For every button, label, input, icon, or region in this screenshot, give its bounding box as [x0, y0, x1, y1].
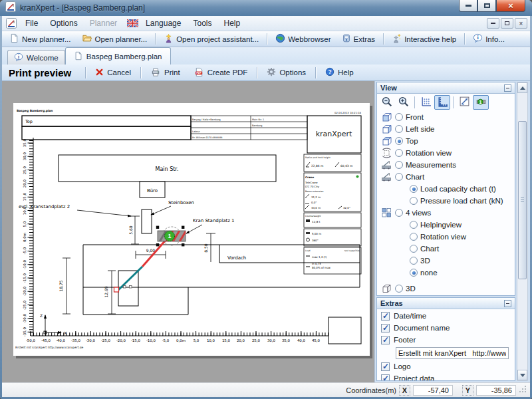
- svg-text:25,0: 25,0: [252, 338, 261, 342]
- zoom-out-button[interactable]: [379, 95, 395, 110]
- grid-toggle-button[interactable]: [418, 95, 434, 110]
- view-option-load-capacity-chart[interactable]: Load capacity chart (t): [377, 183, 515, 195]
- scroll-up-button[interactable]: [517, 82, 527, 93]
- app-menu-icon[interactable]: [6, 18, 17, 29]
- mdi-controls: ×: [487, 18, 527, 29]
- create-pdf-button[interactable]: PDF Create PDF: [190, 66, 253, 80]
- extras-panel-header[interactable]: Extras: [377, 298, 515, 309]
- extras-button[interactable]: Extras: [337, 32, 380, 46]
- view-option-front[interactable]: Front: [377, 111, 515, 123]
- separator: [453, 96, 454, 108]
- print-button[interactable]: Print: [146, 66, 185, 80]
- webbrowser-button[interactable]: Webbrowser: [271, 32, 335, 46]
- radio-left-side[interactable]: [395, 125, 403, 133]
- view-option-4-views[interactable]: 4 views: [377, 207, 515, 219]
- checkbox[interactable]: [381, 336, 390, 344]
- checkbox[interactable]: [381, 324, 390, 332]
- radio-front[interactable]: [395, 113, 403, 121]
- tab-document[interactable]: Baspeg Bamberg.plan: [65, 47, 171, 65]
- open-planner-button[interactable]: Open planner...: [77, 32, 152, 46]
- small-marker: [130, 286, 132, 289]
- view-option-chart[interactable]: Chart: [377, 171, 515, 183]
- sidebar-scrollbar[interactable]: [517, 82, 528, 381]
- new-planner-button[interactable]: New planner...: [5, 32, 76, 46]
- view-option-measurements[interactable]: Measurements: [377, 159, 515, 171]
- radio-rotation-view[interactable]: [395, 149, 403, 157]
- ruler-toggle-button[interactable]: [434, 95, 450, 110]
- view-option-left-side[interactable]: Left side: [377, 123, 515, 135]
- cube-left-icon: [380, 124, 392, 134]
- checkbox[interactable]: [381, 312, 390, 321]
- menu-options[interactable]: Options: [44, 17, 83, 30]
- collapse-icon[interactable]: [504, 84, 511, 92]
- checkbox-date-time[interactable]: Date/time: [377, 311, 515, 321]
- scroll-down-button[interactable]: [517, 370, 527, 380]
- options-button[interactable]: Options: [262, 66, 311, 79]
- cancel-button[interactable]: Cancel: [90, 66, 136, 79]
- scrollbar-thumb[interactable]: [518, 121, 527, 279]
- toolbar-separator: [267, 33, 267, 45]
- chart-view-button[interactable]: [456, 95, 472, 110]
- radio-chart-2[interactable]: [410, 245, 418, 253]
- radio-measurements[interactable]: [395, 161, 403, 169]
- close-button[interactable]: ×: [496, 0, 525, 12]
- footer-text-input[interactable]: [396, 347, 509, 359]
- svg-text:-5,0: -5,0: [162, 338, 170, 342]
- globe-icon: [275, 33, 285, 45]
- view-panel-header[interactable]: View: [377, 82, 515, 94]
- mdi-restore-button[interactable]: [501, 18, 513, 29]
- separator: [414, 96, 415, 108]
- collapse-icon[interactable]: [504, 300, 511, 307]
- menu-help[interactable]: Help: [217, 17, 246, 30]
- view-option-helpingview[interactable]: Helpingview: [377, 219, 515, 231]
- view-option-3d-sub[interactable]: 3D: [377, 255, 515, 267]
- svg-text:Baspeg / Halle+Bamberg: Baspeg / Halle+Bamberg: [192, 118, 221, 121]
- crane-position-button[interactable]: 1: [473, 95, 489, 110]
- radio-3d[interactable]: [395, 285, 403, 293]
- info-button[interactable]: i Info...: [468, 32, 509, 46]
- maximize-button[interactable]: [477, 0, 496, 12]
- help-button[interactable]: ? Help: [321, 66, 358, 79]
- checkbox[interactable]: [381, 362, 390, 371]
- checkbox[interactable]: [381, 374, 390, 382]
- tab-welcome[interactable]: i Welcome: [7, 50, 65, 65]
- axis-z-label: Z: [40, 313, 43, 318]
- radio-pressure-load-chart[interactable]: [410, 197, 418, 205]
- radio-top[interactable]: [395, 137, 403, 145]
- checkbox-document-name[interactable]: Document name: [377, 323, 515, 333]
- svg-text:-5,0: -5,0: [23, 247, 27, 254]
- radio-chart[interactable]: [395, 173, 403, 181]
- view-option-chart-2[interactable]: Chart: [377, 243, 515, 255]
- menu-tools[interactable]: Tools: [187, 17, 217, 30]
- resize-grip[interactable]: [519, 385, 527, 395]
- printer-icon: [150, 67, 161, 78]
- radio-4-views[interactable]: [395, 209, 403, 217]
- menu-language[interactable]: Language: [140, 17, 187, 30]
- view-option-rotation-view[interactable]: Rotation view: [377, 147, 515, 159]
- radio-none[interactable]: [410, 269, 418, 277]
- radio-rotation-view-2[interactable]: [410, 233, 418, 241]
- title-bar[interactable]: kranXpert - [Baspeg Bamberg.plan]: [0, 0, 532, 16]
- svg-text:25,0: 25,0: [23, 166, 27, 174]
- checkbox-project-data[interactable]: Project data: [377, 373, 515, 381]
- menu-file[interactable]: File: [19, 17, 44, 30]
- view-option-rotation-view-2[interactable]: Rotation view: [377, 231, 515, 243]
- view-option-top[interactable]: Top: [377, 135, 515, 147]
- zoom-in-button[interactable]: [396, 95, 412, 110]
- open-project-assistant-button[interactable]: Open project assistant...: [159, 32, 263, 46]
- mdi-minimize-button[interactable]: [487, 18, 499, 29]
- legend-box: [329, 317, 361, 344]
- checkbox-logo[interactable]: Logo: [377, 361, 515, 372]
- steinboxen-leader: [151, 206, 171, 215]
- language-flag-icon: [127, 19, 138, 27]
- view-option-pressure-load-chart[interactable]: Pressure load chart (kN): [377, 195, 515, 207]
- checkbox-footer[interactable]: Footer: [377, 334, 515, 345]
- view-option-3d[interactable]: 3D: [377, 283, 515, 295]
- minimize-button[interactable]: [459, 0, 477, 12]
- radio-3d-sub[interactable]: [410, 257, 418, 265]
- mdi-close-button[interactable]: ×: [515, 18, 527, 29]
- radio-load-capacity-chart[interactable]: [410, 185, 418, 193]
- view-option-none[interactable]: none: [377, 267, 515, 279]
- radio-helpingview[interactable]: [410, 221, 418, 229]
- interactive-help-button[interactable]: Interactive help: [387, 32, 461, 46]
